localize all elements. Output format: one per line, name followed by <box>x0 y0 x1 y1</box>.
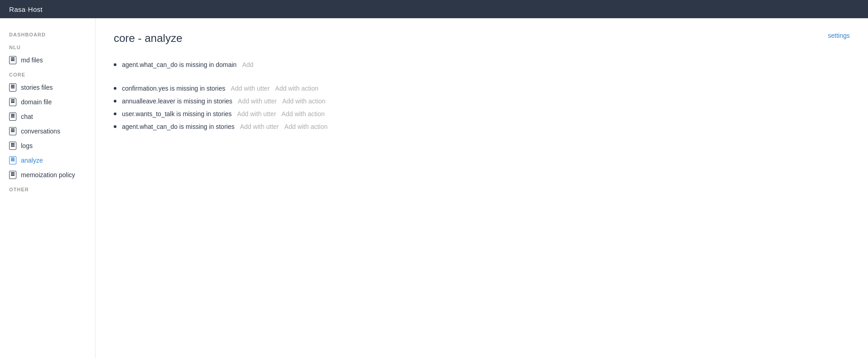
story-issue-text-0: confirmation.yes is missing in stories <box>122 85 225 92</box>
story-issue-text-3: agent.what_can_do is missing in stories <box>122 123 234 130</box>
story-issue-text-1: annualleave.leaver is missing in stories <box>122 97 232 105</box>
story-issue-item-2: user.wants_to_talk is missing in stories… <box>114 107 850 120</box>
sidebar-section-nlu: NLU <box>0 40 95 53</box>
sidebar-section-core: CORE <box>0 67 95 80</box>
bullet-icon <box>114 87 116 90</box>
sidebar-item-label: logs <box>21 142 33 149</box>
topbar: Rasa-Host <box>0 0 868 18</box>
doc-icon <box>9 98 16 106</box>
sidebar-item-memoization-policy[interactable]: memoization policy <box>0 168 95 182</box>
story-issue-item-1: annualleave.leaver is missing in stories… <box>114 95 850 107</box>
sidebar-item-analyze[interactable]: analyze <box>0 153 95 168</box>
sidebar-item-domain-file[interactable]: domain file <box>0 95 95 109</box>
sidebar-item-label: memoization policy <box>21 171 75 179</box>
domain-issues-section: agent.what_can_do is missing in domain A… <box>114 58 850 71</box>
doc-icon <box>9 157 16 164</box>
sidebar-item-label: domain file <box>21 98 52 106</box>
bullet-icon <box>114 63 116 66</box>
story-issue-text-2: user.wants_to_talk is missing in stories <box>122 110 232 118</box>
sidebar-item-md-files[interactable]: md files <box>0 53 95 67</box>
bullet-icon <box>114 125 116 128</box>
doc-icon <box>9 128 16 135</box>
sidebar-item-conversations[interactable]: conversations <box>0 124 95 138</box>
domain-issue-item: agent.what_can_do is missing in domain A… <box>114 58 850 71</box>
doc-icon <box>9 56 16 64</box>
doc-icon <box>9 142 16 149</box>
add-utter-link-1[interactable]: Add with utter <box>238 97 277 105</box>
page-title: core - analyze <box>114 32 182 45</box>
sidebar-item-label: analyze <box>21 157 43 164</box>
add-action-link-3[interactable]: Add with action <box>284 123 328 130</box>
add-utter-link-0[interactable]: Add with utter <box>231 85 270 92</box>
add-utter-link-3[interactable]: Add with utter <box>240 123 279 130</box>
sidebar-item-label: md files <box>21 56 43 64</box>
sidebar-item-label: conversations <box>21 128 60 135</box>
domain-issue-text: agent.what_can_do is missing in domain <box>122 61 237 68</box>
add-utter-link-2[interactable]: Add with utter <box>237 110 276 118</box>
brand-logo: Rasa-Host <box>9 5 43 13</box>
settings-link[interactable]: settings <box>828 32 850 39</box>
sidebar-item-chat[interactable]: chat <box>0 109 95 124</box>
bullet-icon <box>114 113 116 115</box>
main-content: core - analyze settings agent.what_can_d… <box>96 18 868 358</box>
doc-icon <box>9 84 16 91</box>
sidebar-item-stories-files[interactable]: stories files <box>0 80 95 95</box>
add-domain-link[interactable]: Add <box>242 61 253 68</box>
add-action-link-2[interactable]: Add with action <box>282 110 325 118</box>
sidebar-section-other: OTHER <box>0 182 95 195</box>
add-action-link-0[interactable]: Add with action <box>275 85 318 92</box>
sidebar: DASHBOARD NLU md files CORE stories file… <box>0 18 96 358</box>
doc-icon <box>9 113 16 120</box>
story-issue-item-0: confirmation.yes is missing in stories A… <box>114 82 850 95</box>
doc-icon <box>9 171 16 179</box>
sidebar-item-label: stories files <box>21 84 53 91</box>
story-issues-section: confirmation.yes is missing in stories A… <box>114 82 850 133</box>
add-action-link-1[interactable]: Add with action <box>282 97 325 105</box>
bullet-icon <box>114 100 116 102</box>
sidebar-section-dashboard: DASHBOARD <box>0 27 95 40</box>
story-issue-item-3: agent.what_can_do is missing in stories … <box>114 120 850 133</box>
sidebar-item-label: chat <box>21 113 33 120</box>
main-header: core - analyze settings <box>114 32 850 45</box>
sidebar-item-logs[interactable]: logs <box>0 138 95 153</box>
